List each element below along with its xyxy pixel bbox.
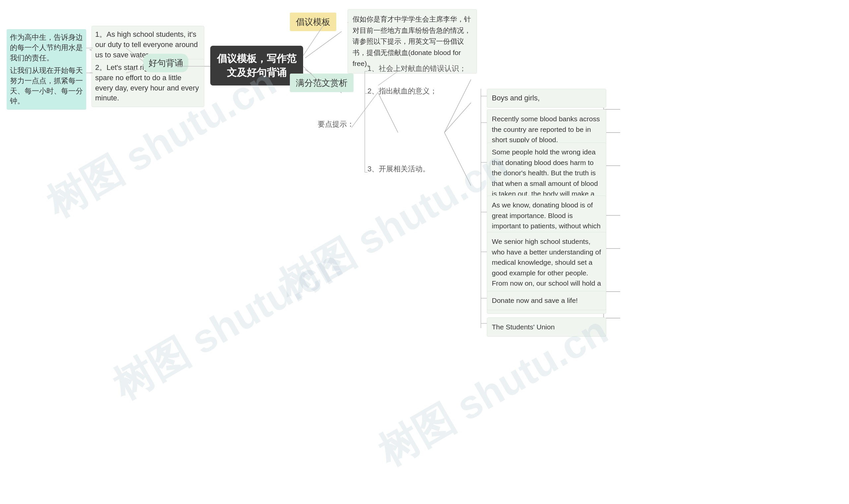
- yaodian-label: 要点提示：: [318, 119, 354, 129]
- svg-line-9: [445, 79, 471, 132]
- manfen-label: 满分范文赏析: [290, 74, 353, 92]
- left-chinese-1: 作为高中生，告诉身边的每一个人节约用水是我们的责任。: [7, 29, 86, 66]
- watermark-3: 树图 shutu.cn: [103, 238, 352, 413]
- left-chinese-2: 让我们从现在开始每天努力一点点，抓紧每一天、每一小时、每一分钟。: [7, 62, 86, 110]
- center-node: 倡议模板，写作范文及好句背诵: [210, 46, 303, 86]
- essay-p7: The Students' Union: [487, 318, 606, 337]
- svg-line-11: [445, 132, 471, 185]
- svg-line-8: [378, 93, 398, 132]
- keypoints-item-2: 2、指出献血的意义；: [367, 86, 437, 96]
- svg-line-10: [445, 103, 471, 132]
- keypoints-item-3: 3、开展相关活动。: [367, 164, 430, 174]
- essay-p6: Donate now and save a life!: [487, 291, 606, 310]
- chanyi-label: 倡议模板: [290, 13, 336, 31]
- essay-p1: Boys and girls,: [487, 89, 606, 108]
- haoju-label: 好句背诵: [143, 54, 188, 72]
- svg-line-5: [305, 32, 342, 58]
- keypoints-item-1: 1、社会上对献血的错误认识；: [367, 64, 466, 74]
